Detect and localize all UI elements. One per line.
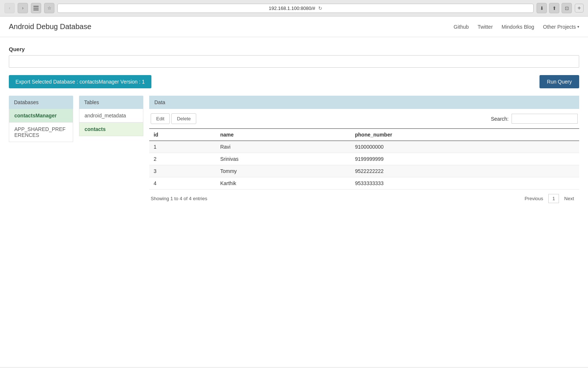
cell-name: Karthik [216, 177, 351, 190]
bookmark-button[interactable]: ☆ [44, 3, 54, 13]
edit-button[interactable]: Edit [151, 113, 170, 124]
cell-id: 4 [149, 177, 216, 190]
svg-rect-0 [33, 6, 39, 7]
action-row: Export Selected Database : contactsManag… [9, 75, 579, 88]
query-section: Query [9, 46, 579, 68]
forward-button[interactable]: › [18, 3, 28, 13]
other-projects-dropdown[interactable]: Other Projects ▾ [543, 24, 579, 30]
new-tab-button[interactable]: + [575, 4, 584, 13]
fullscreen-button[interactable]: ⊡ [562, 3, 572, 13]
cell-phone_number: 9533333333 [351, 177, 579, 190]
twitter-link[interactable]: Twitter [478, 24, 493, 30]
other-projects-label: Other Projects [543, 24, 576, 30]
data-table: id name phone_number 1Ravi91000000002Sri… [149, 128, 579, 190]
url-text: 192.168.1.100:8080/# [269, 6, 315, 11]
run-query-button[interactable]: Run Query [539, 75, 579, 88]
mindorks-blog-link[interactable]: Mindorks Blog [502, 24, 534, 30]
tables-header: Tables [79, 96, 143, 109]
showing-text: Showing 1 to 4 of 4 entries [151, 196, 207, 201]
cell-name: Srinivas [216, 153, 351, 165]
search-input[interactable] [512, 114, 578, 124]
svg-rect-2 [33, 10, 39, 10]
col-id: id [149, 129, 216, 141]
cell-id: 2 [149, 153, 216, 165]
table-header-row: id name phone_number [149, 129, 579, 141]
table-item-contacts[interactable]: contacts [79, 123, 143, 136]
table-item-android-metadata[interactable]: android_metadata [79, 109, 143, 123]
cell-id: 3 [149, 165, 216, 177]
data-panel: Data Edit Delete Search: [149, 96, 579, 203]
current-page[interactable]: 1 [548, 194, 559, 203]
query-label: Query [9, 46, 579, 52]
sidebar-button[interactable] [31, 3, 41, 13]
table-body: 1Ravi91000000002Srinivas91999999993Tommy… [149, 141, 579, 190]
share-button[interactable]: ⬆ [549, 3, 559, 13]
cell-phone_number: 9199999999 [351, 153, 579, 165]
cell-name: Tommy [216, 165, 351, 177]
dropdown-arrow-icon: ▾ [577, 25, 579, 29]
data-controls: Edit Delete Search: [149, 113, 579, 124]
cell-phone_number: 9522222222 [351, 165, 579, 177]
table-header: id name phone_number [149, 129, 579, 141]
table-row[interactable]: 4Karthik9533333333 [149, 177, 579, 190]
database-item-contactsmanager[interactable]: contactsManager [9, 109, 73, 123]
reload-icon[interactable]: ↻ [318, 6, 322, 11]
panels: Databases contactsManager APP_SHARED_PRE… [9, 96, 579, 203]
export-button[interactable]: Export Selected Database : contactsManag… [9, 75, 151, 88]
search-group: Search: [491, 114, 578, 124]
cell-id: 1 [149, 141, 216, 153]
next-button[interactable]: Next [560, 194, 578, 203]
cell-name: Ravi [216, 141, 351, 153]
databases-header: Databases [9, 96, 73, 109]
navbar: Android Debug Database Github Twitter Mi… [0, 17, 588, 37]
app-brand: Android Debug Database [9, 22, 92, 31]
github-link[interactable]: Github [453, 24, 469, 30]
browser-actions: ⬇ ⬆ ⊡ [537, 3, 572, 13]
database-item-shared-prefs[interactable]: APP_SHARED_PREFERENCES [9, 123, 73, 142]
svg-rect-1 [33, 8, 39, 8]
table-row[interactable]: 1Ravi9100000000 [149, 141, 579, 153]
data-button-group: Edit Delete [151, 113, 196, 124]
table-row[interactable]: 3Tommy9522222222 [149, 165, 579, 177]
navbar-links: Github Twitter Mindorks Blog Other Proje… [453, 24, 579, 30]
col-phone: phone_number [351, 129, 579, 141]
search-label: Search: [491, 116, 509, 122]
download-button[interactable]: ⬇ [537, 3, 547, 13]
address-bar[interactable]: 192.168.1.100:8080/# ↻ [57, 4, 534, 13]
tables-panel: Tables android_metadata contacts [79, 96, 143, 136]
back-button[interactable]: ‹ [4, 3, 15, 13]
app-container: Android Debug Database Github Twitter Mi… [0, 17, 588, 367]
cell-phone_number: 9100000000 [351, 141, 579, 153]
databases-panel: Databases contactsManager APP_SHARED_PRE… [9, 96, 73, 142]
previous-button[interactable]: Previous [521, 194, 547, 203]
browser-chrome: ‹ › ☆ 192.168.1.100:8080/# ↻ ⬇ ⬆ ⊡ + [0, 0, 588, 17]
table-row[interactable]: 2Srinivas9199999999 [149, 153, 579, 165]
table-footer: Showing 1 to 4 of 4 entries Previous 1 N… [149, 190, 579, 203]
main-content: Query Export Selected Database : contact… [0, 37, 588, 212]
query-input[interactable] [9, 55, 579, 68]
data-header: Data [149, 96, 579, 109]
pagination: Previous 1 Next [521, 194, 578, 203]
delete-button[interactable]: Delete [171, 113, 196, 124]
col-name: name [216, 129, 351, 141]
